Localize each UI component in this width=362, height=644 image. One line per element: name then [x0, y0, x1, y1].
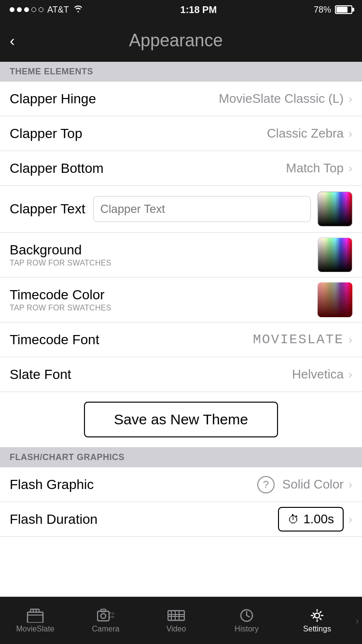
svg-text:F14: F14 [110, 612, 114, 615]
clapper-text-swatch[interactable] [318, 192, 352, 226]
svg-point-4 [101, 614, 106, 618]
flash-duration-label: Flash Duration [10, 512, 278, 527]
dot-4 [31, 7, 36, 12]
flash-graphic-value: Solid Color [282, 477, 344, 492]
tab-movieslate[interactable]: MovieSlate [0, 608, 70, 633]
save-new-theme-button[interactable]: Save as New Theme [84, 402, 278, 437]
clapper-bottom-chevron: › [348, 162, 352, 175]
clapper-top-label: Clapper Top [10, 126, 267, 141]
timecode-color-spectrum [318, 282, 352, 317]
timecode-font-value: MOVIESLATE [253, 332, 344, 347]
content-area: THEME ELEMENTS Clapper Hinge MovieSlate … [0, 62, 362, 597]
timecode-color-row[interactable]: Timecode Color TAP ROW FOR SWATCHES [0, 278, 362, 322]
carrier-label: AT&T [47, 5, 69, 15]
clapper-bottom-row[interactable]: Clapper Bottom Match Top › [0, 151, 362, 186]
background-spectrum [318, 238, 352, 272]
status-right: 78% [314, 5, 352, 15]
status-bar: AT&T 1:18 PM 78% [0, 0, 362, 19]
tab-video-label: Video [167, 625, 186, 633]
timecode-font-chevron: › [348, 333, 352, 347]
flash-duration-row[interactable]: Flash Duration ⏱ 1.00s › [0, 502, 362, 537]
flash-duration-badge[interactable]: ⏱ 1.00s [278, 507, 344, 532]
battery-icon [335, 5, 352, 14]
clapper-text-input[interactable] [93, 196, 311, 222]
clapper-bottom-label: Clapper Bottom [10, 161, 286, 176]
tab-settings[interactable]: Settings [282, 608, 352, 633]
clapper-hinge-label: Clapper Hinge [10, 91, 219, 107]
flash-graphic-label: Flash Graphic [10, 477, 250, 492]
history-icon [239, 608, 254, 623]
slate-font-label: Slate Font [10, 367, 292, 382]
back-button[interactable]: ‹ [10, 32, 15, 50]
dot-3 [24, 7, 29, 12]
theme-section-header: THEME ELEMENTS [0, 62, 362, 82]
background-row[interactable]: Background TAP ROW FOR SWATCHES [0, 233, 362, 278]
camera-icon: F14 1/60 [97, 608, 114, 623]
svg-line-15 [247, 616, 250, 617]
clapper-top-row[interactable]: Clapper Top Classic Zebra › [0, 116, 362, 151]
slate-font-row[interactable]: Slate Font Helvetica › [0, 357, 362, 392]
tab-movieslate-label: MovieSlate [16, 625, 54, 633]
timecode-color-sub: TAP ROW FOR SWATCHES [10, 304, 311, 312]
battery-percent: 78% [314, 5, 331, 15]
flash-graphic-chevron: › [348, 478, 352, 491]
battery-fill [336, 7, 348, 13]
timecode-color-labels: Timecode Color TAP ROW FOR SWATCHES [10, 287, 311, 312]
tab-camera[interactable]: F14 1/60 Camera [70, 608, 141, 633]
save-btn-row: Save as New Theme [0, 392, 362, 448]
slate-font-chevron: › [348, 368, 352, 381]
dot-2 [17, 7, 22, 12]
svg-rect-7 [168, 611, 184, 620]
clapper-bottom-value: Match Top [286, 161, 344, 176]
timecode-color-label: Timecode Color [10, 287, 311, 303]
clapper-hinge-value: MovieSlate Classic (L) [219, 91, 344, 106]
background-swatch[interactable] [318, 238, 352, 272]
svg-rect-2 [97, 611, 109, 621]
status-left: AT&T [10, 5, 84, 15]
wifi-icon [73, 5, 84, 14]
nav-bar: ‹ Appearance [0, 19, 362, 62]
background-labels: Background TAP ROW FOR SWATCHES [10, 242, 311, 267]
slate-font-value: Helvetica [292, 367, 344, 382]
tab-history-label: History [235, 625, 259, 633]
svg-text:1/60: 1/60 [109, 616, 114, 618]
clapper-text-row[interactable]: Clapper Text [0, 186, 362, 233]
background-label: Background [10, 242, 311, 258]
timecode-font-row[interactable]: Timecode Font MOVIESLATE › [0, 322, 362, 357]
tab-camera-label: Camera [92, 625, 120, 633]
tab-video[interactable]: Video [141, 608, 211, 633]
tab-settings-label: Settings [303, 625, 331, 633]
svg-rect-3 [101, 609, 106, 612]
clapper-text-label: Clapper Text [10, 201, 85, 217]
flash-duration-value: 1.00s [303, 512, 334, 527]
dot-1 [10, 7, 14, 12]
status-time: 1:18 PM [181, 4, 217, 15]
flash-section-header: FLASH/CHART GRAPHICS [0, 448, 362, 467]
background-sub: TAP ROW FOR SWATCHES [10, 259, 311, 267]
timecode-font-label: Timecode Font [10, 332, 253, 348]
flash-graphic-row[interactable]: Flash Graphic ? Solid Color › [0, 467, 362, 502]
dot-5 [39, 7, 43, 12]
settings-icon [308, 608, 326, 623]
clapper-hinge-chevron: › [348, 92, 352, 106]
clapper-top-value: Classic Zebra [267, 126, 344, 141]
video-icon [167, 608, 185, 623]
timecode-color-swatch[interactable] [318, 282, 352, 317]
flash-help-icon[interactable]: ? [257, 476, 275, 493]
tab-bar: MovieSlate F14 1/60 Camera Video Hi [0, 597, 362, 644]
svg-point-16 [315, 613, 320, 618]
clapper-top-chevron: › [348, 127, 352, 140]
clapper-hinge-row[interactable]: Clapper Hinge MovieSlate Classic (L) › [0, 82, 362, 116]
nav-title: Appearance [25, 30, 327, 51]
movieslate-icon [27, 608, 44, 623]
tab-bar-arrow: › [352, 615, 362, 626]
clapper-text-spectrum [318, 192, 352, 226]
timer-icon: ⏱ [288, 513, 299, 526]
flash-duration-chevron: › [348, 513, 352, 526]
signal-dots [10, 7, 43, 12]
svg-rect-0 [28, 612, 43, 623]
tab-history[interactable]: History [211, 608, 282, 633]
